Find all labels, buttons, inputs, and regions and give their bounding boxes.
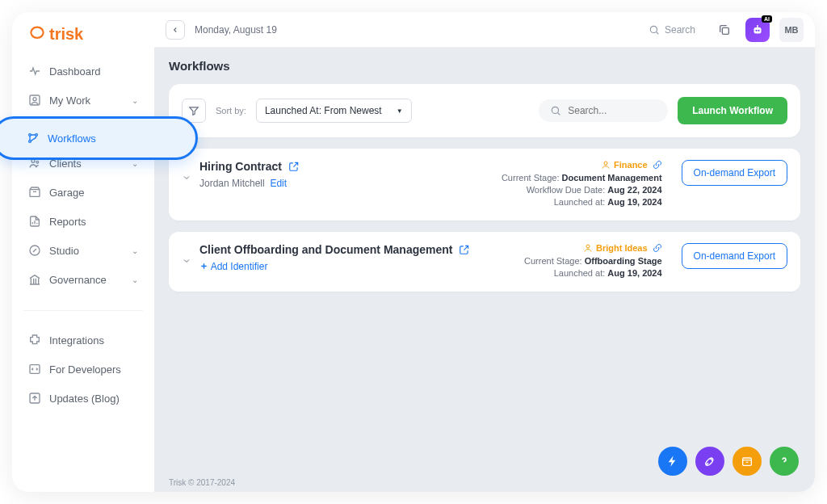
chevron-down-icon: ⌄ [132, 159, 138, 168]
sort-select[interactable]: Launched At: From Newest [256, 99, 412, 123]
divider [23, 310, 143, 311]
expand-toggle[interactable] [182, 173, 191, 183]
report-icon [28, 215, 41, 228]
sidebar-item-dashboard[interactable]: Dashboard [20, 57, 146, 86]
svg-point-6 [36, 161, 39, 163]
footer-copyright: Trisk © 2017-2024 [154, 473, 815, 492]
chevron-down-icon: ⌄ [132, 96, 138, 105]
workflow-tag[interactable]: Bright Ideas [583, 243, 648, 253]
export-button[interactable]: On-demand Export [682, 160, 787, 186]
fab-help[interactable] [770, 447, 799, 476]
pulse-icon [28, 65, 41, 78]
page-title: Workflows [169, 59, 800, 73]
sidebar-item-studio[interactable]: Studio ⌄ [20, 236, 146, 265]
code-icon [28, 363, 41, 376]
sidebar-item-mywork[interactable]: My Work ⌄ [20, 86, 146, 115]
export-button[interactable]: On-demand Export [682, 243, 787, 269]
sidebar-item-label: Integrations [49, 334, 104, 346]
workflow-card: Hiring Contract Jordan Mitchell Edit Fin… [169, 149, 800, 220]
sidebar-item-label: Governance [49, 274, 107, 286]
sidebar-item-label: Dashboard [49, 65, 101, 78]
nav-primary: Dashboard My Work ⌄ Workflows Clients ⌄ … [20, 57, 146, 299]
topbar: Monday, August 19 Search MB [154, 12, 815, 48]
svg-rect-19 [743, 458, 752, 465]
sidebar-item-workflows[interactable]: Workflows [0, 116, 198, 160]
sidebar-item-updates[interactable]: Updates (Blog) [20, 384, 146, 413]
sidebar-item-label: Workflows [48, 132, 96, 145]
governance-icon [28, 273, 41, 286]
filter-row: Sort by: Launched At: From Newest Launch… [182, 97, 787, 124]
sidebar-item-label: Studio [49, 245, 79, 257]
svg-point-4 [29, 141, 31, 143]
sidebar-item-governance[interactable]: Governance ⌄ [20, 265, 146, 294]
svg-point-14 [755, 29, 757, 31]
search-icon [550, 105, 561, 116]
user-icon [28, 94, 41, 107]
chevron-down-icon: ⌄ [132, 246, 138, 255]
svg-point-1 [33, 98, 36, 101]
external-link-icon[interactable] [459, 244, 470, 255]
link-icon[interactable] [653, 160, 662, 170]
branch-icon [27, 132, 40, 145]
svg-point-16 [552, 107, 559, 113]
global-search[interactable]: Search [640, 21, 703, 39]
link-icon[interactable] [653, 243, 662, 253]
sidebar-item-label: My Work [49, 94, 90, 107]
svg-point-18 [586, 245, 590, 248]
svg-point-11 [650, 26, 657, 32]
svg-point-15 [758, 29, 759, 31]
main: Monday, August 19 Search MB Workflows [154, 12, 815, 492]
sort-value: Launched At: From Newest [265, 105, 382, 116]
external-link-icon[interactable] [288, 161, 300, 172]
user-avatar[interactable]: MB [779, 18, 804, 42]
sidebar: trisk Dashboard My Work ⌄ Workflows Clie… [12, 12, 154, 492]
arrow-up-icon [28, 392, 41, 405]
logo-text: trisk [49, 25, 83, 44]
fab-row [658, 447, 799, 476]
workflow-search[interactable] [539, 99, 668, 122]
back-button[interactable] [166, 20, 185, 40]
content: Workflows Sort by: Launched At: From New… [154, 48, 815, 473]
sidebar-item-label: Reports [49, 216, 86, 228]
sidebar-item-integrations[interactable]: Integrations [20, 326, 146, 355]
box-icon [28, 186, 41, 199]
fab-rocket[interactable] [695, 447, 724, 476]
puzzle-icon [28, 334, 41, 346]
launch-workflow-button[interactable]: Launch Workflow [678, 97, 787, 124]
sidebar-item-reports[interactable]: Reports [20, 207, 146, 236]
search-input[interactable] [568, 105, 657, 116]
logo[interactable]: trisk [20, 23, 146, 53]
workflow-card: Client Offboarding and Document Manageme… [169, 232, 800, 292]
svg-point-17 [604, 162, 607, 165]
workflow-title: Client Offboarding and Document Manageme… [199, 243, 452, 256]
logo-icon [28, 26, 46, 44]
sidebar-item-label: For Developers [49, 363, 121, 376]
svg-point-2 [29, 134, 31, 136]
app-container: trisk Dashboard My Work ⌄ Workflows Clie… [12, 12, 815, 492]
fab-bolt[interactable] [658, 447, 687, 476]
workflow-tag[interactable]: Finance [601, 160, 648, 170]
copy-button[interactable] [713, 19, 736, 41]
edit-link[interactable]: Edit [270, 178, 287, 189]
edit-icon [28, 244, 41, 257]
sidebar-item-developers[interactable]: For Developers [20, 355, 146, 384]
fab-archive[interactable] [733, 447, 762, 476]
expand-toggle[interactable] [182, 256, 191, 266]
add-identifier-link[interactable]: Add Identifier [199, 261, 267, 272]
filter-panel: Sort by: Launched At: From Newest Launch… [169, 84, 800, 137]
svg-point-3 [36, 134, 38, 136]
sidebar-item-garage[interactable]: Garage [20, 178, 146, 207]
date-display: Monday, August 19 [195, 24, 277, 36]
chevron-down-icon: ⌄ [132, 275, 138, 284]
svg-rect-13 [754, 27, 762, 34]
svg-rect-12 [722, 27, 728, 34]
sort-label: Sort by: [216, 106, 246, 116]
search-icon [649, 24, 660, 36]
workflow-identifier: Jordan Mitchell [199, 178, 265, 189]
sidebar-item-label: Updates (Blog) [49, 393, 120, 405]
svg-rect-7 [30, 190, 40, 197]
ai-assistant-button[interactable] [745, 18, 770, 42]
nav-secondary: Integrations For Developers Updates (Blo… [20, 326, 146, 413]
search-label: Search [665, 24, 695, 36]
sidebar-item-label: Garage [49, 187, 84, 199]
